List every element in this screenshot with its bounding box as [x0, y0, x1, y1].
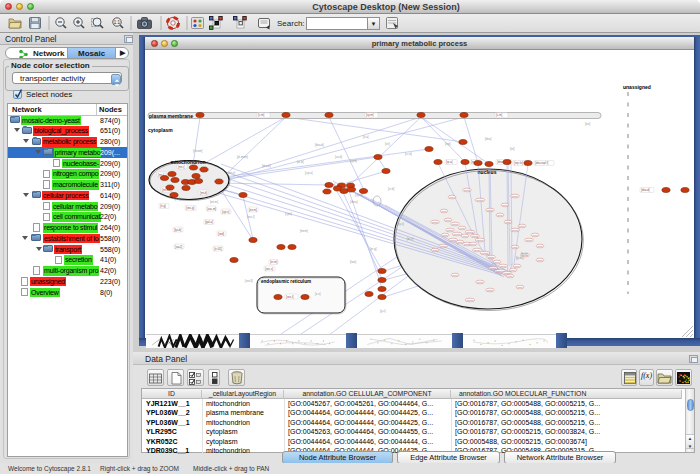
svg-text:[dna]: [dna] [485, 137, 491, 141]
svg-text:[en-m]: [en-m] [249, 208, 257, 212]
svg-text:[mt-e]: [mt-e] [228, 171, 235, 175]
svg-text:[so-b]: [so-b] [335, 155, 342, 159]
svg-text:[lys-b]: [lys-b] [174, 228, 181, 232]
svg-text:[st-b]: [st-b] [388, 187, 394, 191]
svg-text:[nuc-l]: [nuc-l] [247, 215, 255, 219]
svg-text:[tr-G2]: [tr-G2] [214, 247, 222, 251]
svg-text:[cyt-v]: [cyt-v] [222, 210, 229, 214]
svg-text:[cy-x]: [cy-x] [397, 222, 404, 226]
svg-text:[er-m]: [er-m] [270, 260, 277, 264]
svg-text:[cy-b]: [cy-b] [350, 159, 357, 163]
svg-text:[cyto]: [cyto] [285, 212, 292, 216]
svg-text:1:1: 1:1 [114, 20, 121, 25]
svg-text:[dna-d]: [dna-d] [641, 188, 650, 192]
svg-text:[vac-m]: [vac-m] [207, 207, 216, 211]
svg-text:[mt-b]: [mt-b] [200, 191, 207, 195]
svg-text:[g-x]: [g-x] [380, 309, 386, 313]
svg-text:plasma membrane: plasma membrane [149, 113, 193, 119]
svg-text:[c-m]: [c-m] [496, 113, 502, 117]
svg-text:[tel]: [tel] [510, 147, 515, 151]
svg-text:[chrom]: [chrom] [193, 149, 203, 153]
svg-text:[ves-g]: [ves-g] [186, 206, 194, 210]
svg-text:[ext]: [ext] [585, 122, 591, 126]
svg-text:[cc-b]: [cc-b] [405, 152, 412, 156]
svg-text:[er-g]: [er-g] [370, 247, 377, 251]
svg-text:[ves3]: [ves3] [245, 279, 253, 283]
svg-text:[ves-f]: [ves-f] [286, 295, 294, 299]
svg-text:cytoplasm: cytoplasm [148, 127, 173, 133]
svg-text:[er-b]: [er-b] [297, 160, 304, 164]
svg-text:[rep-fo]: [rep-fo] [514, 161, 523, 165]
svg-text:[e-x]: [e-x] [315, 292, 321, 296]
svg-text:[dna-d]: [dna-d] [315, 143, 324, 147]
svg-text:[tt-a]: [tt-a] [363, 135, 369, 139]
svg-text:[tr-g]: [tr-g] [160, 204, 166, 208]
svg-text:mitochondrion: mitochondrion [171, 159, 206, 165]
svg-text:[dna-repl-f]: [dna-repl-f] [535, 161, 548, 165]
svg-text:[m-x]: [m-x] [407, 237, 413, 241]
svg-text:[ved]: [ved] [218, 232, 224, 236]
svg-text:[rep]: [rep] [445, 142, 451, 146]
svg-text:[rp-a]: [rp-a] [446, 160, 453, 164]
svg-text:[mt-m]: [mt-m] [210, 200, 218, 204]
svg-text:[sec-v]: [sec-v] [265, 267, 273, 271]
svg-text:endoplasmic reticulum: endoplasmic reticulum [261, 279, 311, 284]
svg-text:[cy-m]: [cy-m] [366, 113, 374, 117]
svg-text:[ribos]: [ribos] [350, 200, 358, 204]
svg-text:[lp-bc]: [lp-bc] [516, 256, 524, 260]
svg-text:[late]: [late] [350, 260, 356, 264]
svg-text:[dna-b]: [dna-b] [262, 164, 271, 168]
svg-text:[pl-mem]: [pl-mem] [237, 155, 248, 159]
svg-text:nucleus: nucleus [478, 169, 497, 175]
svg-text:unassigned: unassigned [623, 84, 651, 90]
svg-text:[gol-a]: [gol-a] [205, 220, 213, 224]
svg-text:[cyt-o]: [cyt-o] [305, 171, 313, 175]
svg-text:[mt-r]: [mt-r] [178, 165, 185, 169]
svg-text:[str]: [str] [385, 142, 390, 146]
svg-text:[vac2]: [vac2] [175, 245, 182, 249]
svg-text:[c-m]: [c-m] [258, 113, 264, 117]
svg-text:[mem]: [mem] [300, 229, 308, 233]
